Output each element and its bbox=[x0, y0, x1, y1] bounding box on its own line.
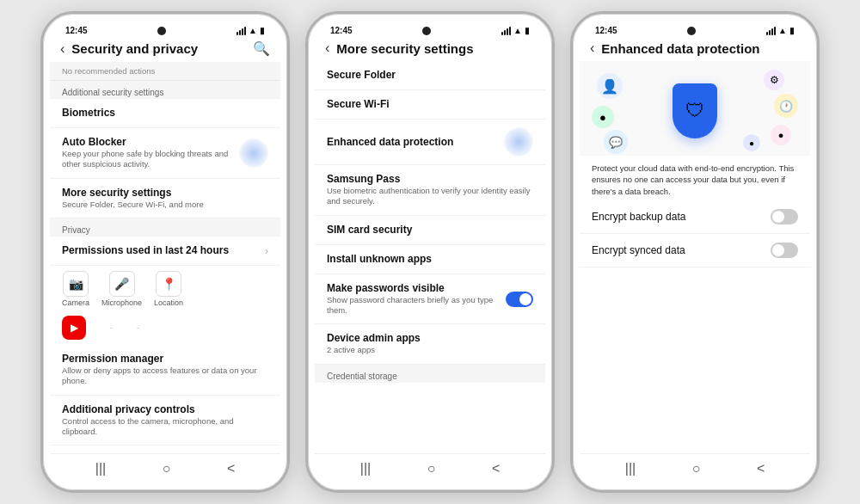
menu-item-make-passwords[interactable]: Make passwords visible Show password cha… bbox=[315, 274, 545, 325]
enhanced-data-ripple bbox=[504, 127, 533, 157]
wifi-icon: ▲ bbox=[249, 26, 257, 35]
signal-icon-3 bbox=[766, 27, 776, 35]
section-label-credential: Credential storage bbox=[315, 365, 545, 383]
section-label-privacy: Privacy bbox=[50, 218, 280, 237]
bubble-dot-blue: ● bbox=[743, 134, 760, 151]
camera-icon-box: 📷 bbox=[63, 271, 89, 297]
phone-3: 12:45 ▲ ▮ ‹ Enhanced data protection bbox=[570, 11, 820, 493]
chevron-right-icon: › bbox=[265, 245, 268, 257]
bubble-clock: 🕐 bbox=[774, 94, 798, 118]
phone-1: 12:45 ▲ ▮ ‹ Security and privacy 🔍 bbox=[40, 11, 290, 493]
encrypt-backup-label: Encrypt backup data bbox=[592, 211, 685, 223]
nav-back-3[interactable]: ||| bbox=[625, 461, 636, 476]
bubble-chat: 💬 bbox=[604, 130, 628, 154]
battery-icon-3: ▮ bbox=[789, 26, 795, 35]
battery-icon: ▮ bbox=[260, 26, 265, 35]
status-time-2: 12:45 bbox=[330, 26, 353, 35]
status-icons-2: ▲ ▮ bbox=[501, 26, 530, 35]
perm-item-camera: 📷 Camera bbox=[62, 271, 89, 307]
back-button-2[interactable]: ‹ bbox=[325, 40, 329, 56]
screen-content-2: Secure Folder Secure Wi-Fi Enhanced data… bbox=[315, 61, 545, 453]
nav-back-1[interactable]: ||| bbox=[95, 461, 106, 476]
screen-content-3: 👤 ● 💬 ⚙ 🕐 ● ● Protect your cloud data wi… bbox=[580, 61, 810, 453]
status-icons-3: ▲ ▮ bbox=[766, 26, 795, 35]
menu-item-secure-folder[interactable]: Secure Folder bbox=[315, 61, 545, 90]
encrypt-synced-label: Encrypt synced data bbox=[592, 244, 685, 256]
section-label-additional: Additional security settings bbox=[50, 81, 280, 99]
menu-item-more-security[interactable]: More security settings Secure Folder, Se… bbox=[50, 179, 280, 218]
status-icons-1: ▲ ▮ bbox=[236, 26, 265, 35]
menu-item-secure-wifi[interactable]: Secure Wi-Fi bbox=[315, 90, 545, 120]
menu-item-biometrics[interactable]: Biometrics bbox=[50, 99, 280, 128]
battery-icon-2: ▮ bbox=[525, 26, 530, 35]
back-button-1[interactable]: ‹ bbox=[60, 41, 64, 57]
illus-shield bbox=[673, 83, 717, 138]
menu-item-additional-privacy[interactable]: Additional privacy controls Control acce… bbox=[50, 396, 280, 446]
bottom-nav-3: ||| ○ < bbox=[580, 453, 810, 483]
nav-back-2[interactable]: ||| bbox=[360, 461, 371, 476]
notice-bar-1: No recommended actions bbox=[50, 62, 280, 81]
menu-item-permissions-24h[interactable]: Permissions used in last 24 hours › bbox=[50, 237, 280, 266]
nav-recent-1[interactable]: < bbox=[227, 461, 235, 476]
nav-home-1[interactable]: ○ bbox=[163, 461, 171, 476]
microphone-icon-box: 🎤 bbox=[109, 271, 135, 297]
perm-item-location: 📍 Location bbox=[154, 271, 183, 307]
top-bar-1: ‹ Security and privacy 🔍 bbox=[50, 37, 280, 62]
bottom-nav-2: ||| ○ < bbox=[315, 453, 545, 483]
top-bar-2: ‹ More security settings bbox=[315, 37, 545, 61]
menu-item-sim-security[interactable]: SIM card security bbox=[315, 216, 545, 245]
phone-2: 12:45 ▲ ▮ ‹ More security settings Secur… bbox=[305, 11, 555, 493]
app-dash-2: - bbox=[125, 316, 139, 340]
camera-notch-1 bbox=[157, 27, 166, 35]
menu-item-auto-blocker[interactable]: Auto Blocker Keep your phone safe by blo… bbox=[50, 128, 280, 179]
search-icon-1[interactable]: 🔍 bbox=[253, 40, 270, 57]
status-time-1: 12:45 bbox=[65, 26, 88, 35]
nav-home-2[interactable]: ○ bbox=[427, 461, 436, 476]
menu-item-install-unknown[interactable]: Install unknown apps bbox=[315, 245, 545, 274]
auto-blocker-ripple bbox=[239, 138, 268, 168]
camera-notch-2 bbox=[422, 27, 431, 35]
bubble-circle-green: ● bbox=[592, 106, 614, 128]
page-title-3: Enhanced data protection bbox=[601, 41, 800, 56]
status-bar-2: 12:45 ▲ ▮ bbox=[315, 21, 545, 37]
status-bar-3: 12:45 ▲ ▮ bbox=[580, 21, 810, 37]
app-icon-youtube: ▶ bbox=[62, 316, 86, 340]
menu-item-device-admin[interactable]: Device admin apps 2 active apps bbox=[315, 324, 545, 364]
nav-home-3[interactable]: ○ bbox=[692, 461, 701, 476]
encrypt-synced-row[interactable]: Encrypt synced data bbox=[580, 234, 810, 267]
perm-label-location: Location bbox=[154, 298, 183, 307]
bubble-dot-pink: ● bbox=[771, 125, 791, 145]
bubble-contact: 👤 bbox=[597, 73, 623, 99]
status-time-3: 12:45 bbox=[595, 26, 617, 35]
top-bar-3: ‹ Enhanced data protection bbox=[580, 37, 810, 61]
signal-icon-2 bbox=[501, 27, 511, 35]
bubble-gear: ⚙ bbox=[764, 70, 784, 90]
make-passwords-toggle[interactable] bbox=[506, 292, 533, 307]
menu-item-enhanced-data[interactable]: Enhanced data protection bbox=[315, 120, 545, 165]
nav-recent-3[interactable]: < bbox=[757, 461, 765, 476]
app-dash-1: - bbox=[98, 316, 113, 340]
page-title-2: More security settings bbox=[336, 41, 535, 56]
encrypt-backup-toggle[interactable] bbox=[771, 209, 798, 224]
menu-item-samsung-pass[interactable]: Samsung Pass Use biometric authenticatio… bbox=[315, 165, 545, 216]
perm-label-camera: Camera bbox=[62, 298, 89, 307]
menu-item-permission-manager[interactable]: Permission manager Allow or deny apps to… bbox=[50, 345, 280, 396]
screen-content-1: No recommended actions Additional securi… bbox=[50, 62, 280, 453]
app-icon-row: ▶ - - bbox=[50, 312, 280, 345]
wifi-icon-3: ▲ bbox=[778, 26, 787, 35]
camera-notch-3 bbox=[687, 27, 696, 35]
bottom-nav-1: ||| ○ < bbox=[50, 453, 280, 483]
status-bar-1: 12:45 ▲ ▮ bbox=[50, 21, 280, 37]
encrypt-backup-row[interactable]: Encrypt backup data bbox=[580, 200, 810, 234]
protect-text: Protect your cloud data with end-to-end … bbox=[580, 156, 810, 200]
perm-label-microphone: Microphone bbox=[101, 298, 142, 307]
nav-recent-2[interactable]: < bbox=[492, 461, 500, 476]
illustration-area: 👤 ● 💬 ⚙ 🕐 ● ● bbox=[580, 61, 810, 156]
page-title-1: Security and privacy bbox=[71, 41, 246, 56]
back-button-3[interactable]: ‹ bbox=[590, 40, 594, 56]
signal-icon bbox=[236, 27, 246, 35]
permissions-grid: 📷 Camera 🎤 Microphone 📍 Location bbox=[50, 266, 280, 312]
encrypt-synced-toggle[interactable] bbox=[771, 243, 798, 258]
perm-item-microphone: 🎤 Microphone bbox=[101, 271, 142, 307]
wifi-icon-2: ▲ bbox=[513, 26, 522, 35]
